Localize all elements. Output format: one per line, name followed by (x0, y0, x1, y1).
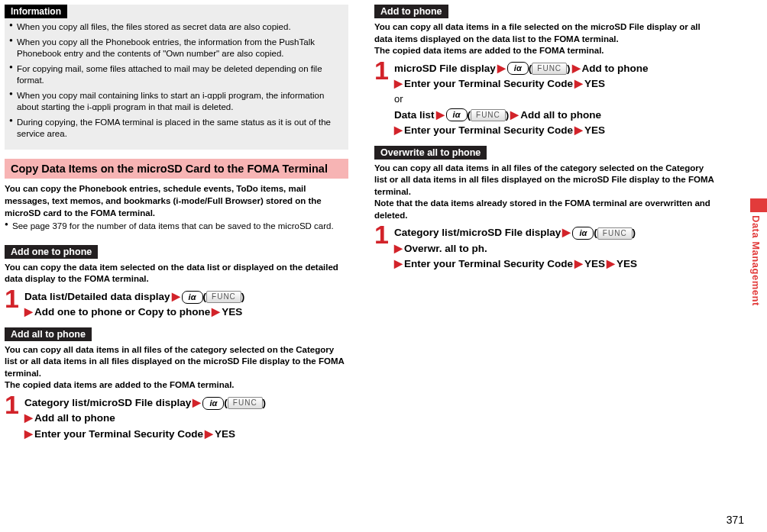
step-body: microSD File display▶iα(FUNC)▶Add to pho… (394, 59, 649, 138)
add-all-tab: Add all to phone (5, 327, 92, 341)
key-icon: iα (507, 62, 529, 75)
text: You can copy all data items in all files… (374, 163, 714, 196)
info-item: During copying, the FOMA terminal is pla… (9, 117, 344, 140)
func-label: FUNC (597, 227, 633, 240)
information-box: Information When you copy all files, the… (5, 5, 348, 150)
step-1: 1 Category list/microSD File display▶iα(… (374, 223, 718, 272)
left-column: Information When you copy all files, the… (5, 5, 348, 444)
step-number: 1 (5, 393, 20, 417)
text: You can copy all data items in all files… (5, 345, 344, 378)
step-text: Overwr. all to ph. (404, 243, 487, 254)
step-text: Add all to phone (520, 109, 601, 121)
key-icon: iα (572, 227, 594, 240)
step-text: Enter your Terminal Security Code (34, 428, 203, 440)
yes-label: YES (584, 78, 605, 89)
yes-label: YES (584, 258, 605, 269)
add-to-tab: Add to phone (374, 5, 448, 18)
step-text: Category list/microSD File display (24, 397, 191, 408)
step-body: Category list/microSD File display▶iα(FU… (394, 223, 637, 272)
step-text: Add one to phone or Copy to phone (34, 306, 210, 318)
arrow-icon: ▶ (210, 305, 222, 318)
yes-label: YES (222, 306, 242, 318)
step-body: Category list/microSD File display▶iα(FU… (24, 393, 266, 442)
step-text: Data list/Detailed data display (24, 291, 170, 302)
arrow-icon: ▶ (571, 62, 582, 74)
right-column: Add to phone You can copy all data items… (374, 5, 718, 444)
step-1: 1 Category list/microSD File display▶iα(… (5, 393, 348, 442)
func-label: FUNC (206, 291, 241, 303)
arrow-icon: ▶ (509, 108, 520, 121)
side-tab-label: Data Management (750, 212, 762, 306)
side-tab: Data Management (750, 198, 767, 306)
step-number: 1 (374, 223, 390, 247)
func-label: FUNC (532, 63, 567, 75)
information-list: When you copy all files, the files store… (9, 21, 344, 140)
step-1: 1 Data list/Detailed data display▶iα(FUN… (5, 287, 348, 320)
step-number: 1 (374, 59, 390, 82)
arrow-icon: ▶ (605, 257, 617, 269)
step-number: 1 (5, 287, 20, 311)
yes-label: YES (584, 124, 605, 136)
text: You can copy all data items in a file se… (374, 22, 701, 44)
add-one-tab: Add one to phone (5, 245, 98, 259)
add-one-desc: You can copy the data item selected on t… (5, 262, 348, 285)
arrow-icon: ▶ (573, 77, 584, 89)
step-text: Enter your Terminal Security Code (404, 124, 573, 136)
arrow-icon: ▶ (394, 124, 403, 136)
arrow-icon: ▶ (24, 427, 33, 440)
arrow-icon: ▶ (435, 108, 446, 121)
add-to-desc: You can copy all data items in a file se… (374, 21, 718, 57)
func-label: FUNC (228, 397, 263, 409)
or-text: or (394, 93, 403, 105)
side-red-block (750, 198, 767, 212)
yes-label: YES (215, 428, 235, 440)
step-text: Add all to phone (34, 412, 115, 424)
step-text: Add to phone (582, 63, 649, 74)
arrow-icon: ▶ (496, 62, 507, 74)
text: The copied data items are added to the F… (5, 380, 235, 389)
arrow-icon: ▶ (561, 226, 572, 238)
key-icon: iα (446, 108, 468, 121)
overwrite-desc: You can copy all data items in all files… (374, 163, 718, 222)
arrow-icon: ▶ (394, 257, 403, 269)
step-text: Category list/microSD File display (394, 227, 561, 238)
step-text: Enter your Terminal Security Code (404, 78, 573, 89)
arrow-icon: ▶ (170, 290, 182, 302)
step-body: Data list/Detailed data display▶iα(FUNC)… (24, 287, 244, 320)
intro-note: See page 379 for the number of data item… (5, 221, 348, 233)
step-text: microSD File display (394, 63, 496, 74)
page-number: 371 (727, 514, 744, 526)
information-heading: Information (5, 5, 67, 18)
add-all-desc: You can copy all data items in all files… (5, 344, 348, 392)
step-text: Enter your Terminal Security Code (404, 258, 573, 269)
arrow-icon: ▶ (191, 396, 202, 408)
intro-text: You can copy the Phonebook entries, sche… (5, 183, 348, 219)
step-1: 1 microSD File display▶iα(FUNC)▶Add to p… (374, 59, 718, 138)
func-label: FUNC (471, 109, 506, 121)
arrow-icon: ▶ (394, 242, 403, 254)
info-item: When you copy all the Phonebook entries,… (9, 37, 344, 60)
step-text: Data list (394, 109, 435, 121)
yes-label: YES (617, 258, 637, 269)
info-item: When you copy all files, the files store… (9, 21, 344, 34)
info-item: For copying mail, some files attached to… (9, 63, 344, 87)
info-item: When you copy mail containing links to s… (9, 90, 344, 114)
text: Note that the data items already stored … (374, 198, 710, 220)
arrow-icon: ▶ (573, 124, 584, 136)
text: The copied data items are added to the F… (374, 46, 604, 55)
overwrite-tab: Overwrite all to phone (374, 146, 487, 160)
section-heading: Copy Data Items on the microSD Card to t… (5, 159, 348, 179)
key-icon: iα (202, 397, 224, 410)
arrow-icon: ▶ (203, 427, 215, 440)
key-icon: iα (182, 291, 203, 304)
arrow-icon: ▶ (394, 77, 403, 89)
arrow-icon: ▶ (573, 257, 584, 269)
arrow-icon: ▶ (24, 411, 33, 424)
arrow-icon: ▶ (24, 305, 33, 318)
